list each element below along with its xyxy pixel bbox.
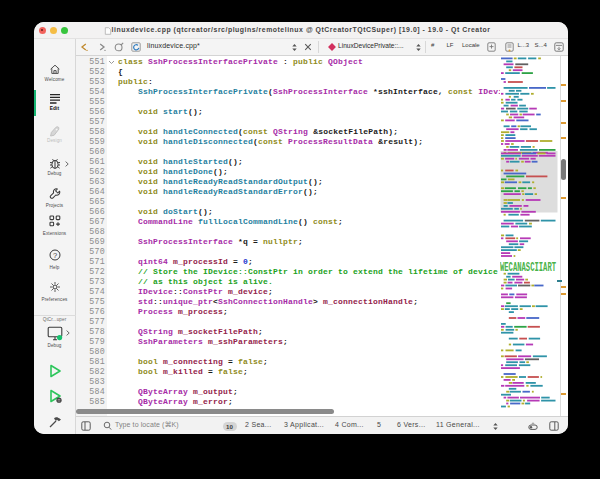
svg-text:WECANASCIIART: WECANASCIIART xyxy=(500,260,556,275)
svg-text:?: ? xyxy=(52,250,56,259)
